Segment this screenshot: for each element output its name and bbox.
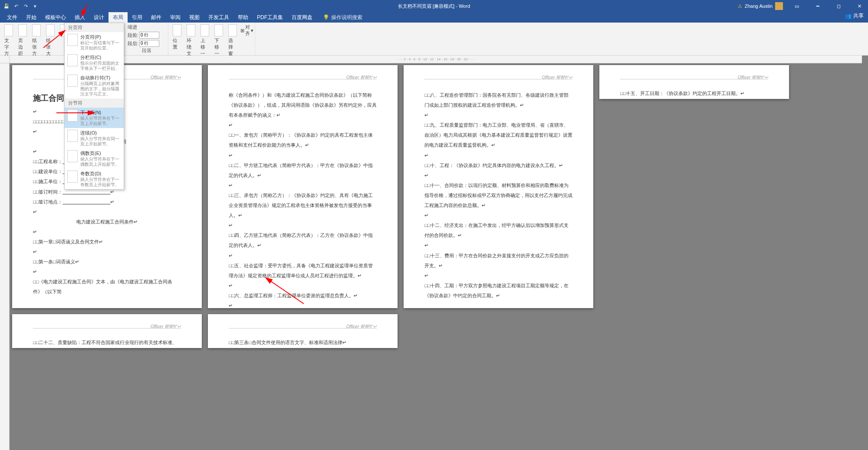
send-backward-button[interactable]: 下移一层 bbox=[213, 23, 225, 56]
ribbon-tabs: 文件 开始 模板中心 插入 设计 布局 引用 邮件 审阅 视图 开发工具 帮助 … bbox=[0, 12, 868, 23]
user-avatar[interactable] bbox=[775, 2, 783, 10]
tab-mailings[interactable]: 邮件 bbox=[147, 12, 166, 23]
maximize-icon[interactable]: ◻ bbox=[830, 0, 847, 12]
redo-icon[interactable]: ↷ bbox=[23, 3, 29, 9]
breaks-menu: 分页符 分页符(P)标记一页结束与下一页开始的位置。 分栏符(C)指示分栏符后面… bbox=[64, 23, 124, 56]
margins-button[interactable]: 页边距 bbox=[16, 23, 29, 56]
spacing-before-input[interactable] bbox=[139, 32, 159, 39]
selection-pane-button[interactable]: 选择窗格 bbox=[227, 23, 239, 56]
tab-file[interactable]: 文件 bbox=[3, 12, 22, 23]
close-icon[interactable]: ✕ bbox=[851, 0, 868, 12]
tab-references[interactable]: 引用 bbox=[128, 12, 147, 23]
minimize-icon[interactable]: ━ bbox=[809, 0, 826, 12]
menu-page-break[interactable]: 分页符(P)标记一页结束与下一页开始的位置。 bbox=[65, 32, 124, 53]
bring-forward-button[interactable]: 上移一层 bbox=[199, 23, 211, 56]
section-page-breaks: 分页符 bbox=[65, 23, 124, 32]
save-icon[interactable]: 💾 bbox=[3, 3, 10, 9]
tab-home[interactable]: 开始 bbox=[22, 12, 41, 23]
tell-me-search[interactable]: 💡 操作说明搜索 bbox=[317, 12, 362, 23]
position-button[interactable]: 位置 bbox=[171, 23, 183, 51]
tab-help[interactable]: 帮助 bbox=[233, 12, 253, 23]
tab-developer[interactable]: 开发工具 bbox=[204, 12, 233, 23]
tab-baidu[interactable]: 百度网盘 bbox=[287, 12, 317, 23]
wrap-text-button[interactable]: 环绕文字 bbox=[185, 23, 197, 56]
text-direction-button[interactable]: 文字方向 bbox=[3, 23, 15, 56]
tab-pdf[interactable]: PDF工具集 bbox=[253, 12, 287, 23]
tab-insert[interactable]: 插入 bbox=[70, 12, 89, 23]
share-icon: 👥 bbox=[845, 13, 852, 19]
menu-column-break[interactable]: 分栏符(C)指示分栏符后面的文字将从下一栏开始。 bbox=[65, 53, 124, 56]
undo-icon[interactable]: ↶ bbox=[13, 3, 19, 9]
tab-design[interactable]: 设计 bbox=[89, 12, 108, 23]
orientation-button[interactable]: 纸张方向 bbox=[30, 23, 43, 56]
group-paragraph-label: 段落 bbox=[128, 47, 165, 55]
user-name[interactable]: Zhang Austin bbox=[745, 3, 773, 9]
qat-more-icon[interactable]: ▾ bbox=[32, 3, 38, 9]
size-button[interactable]: 纸张大小 bbox=[44, 23, 56, 56]
tab-template[interactable]: 模板中心 bbox=[41, 12, 70, 23]
window-title: 长文档不同页眉 [兼容模式] - Word bbox=[398, 3, 470, 10]
titlebar: 💾 ↶ ↷ ▾ 长文档不同页眉 [兼容模式] - Word ⚠ Zhang Au… bbox=[0, 0, 868, 12]
tab-layout[interactable]: 布局 bbox=[108, 12, 128, 23]
warning-icon: ⚠ bbox=[738, 3, 742, 9]
ribbon: 文字方向 页边距 纸张方向 纸张大小 栏 页面设置 ≡ 分隔符 ▾ 缩进 段前:… bbox=[0, 23, 868, 56]
share-button[interactable]: 👥 共享 bbox=[845, 12, 864, 20]
spacing-after-input[interactable] bbox=[139, 40, 159, 47]
tab-review[interactable]: 审阅 bbox=[166, 12, 185, 23]
tab-view[interactable]: 视图 bbox=[185, 12, 204, 23]
ribbon-display-icon[interactable]: ▭ bbox=[788, 0, 806, 12]
lightbulb-icon: 💡 bbox=[323, 14, 329, 20]
align-button[interactable]: ⊞ 对齐▾ bbox=[240, 23, 253, 37]
